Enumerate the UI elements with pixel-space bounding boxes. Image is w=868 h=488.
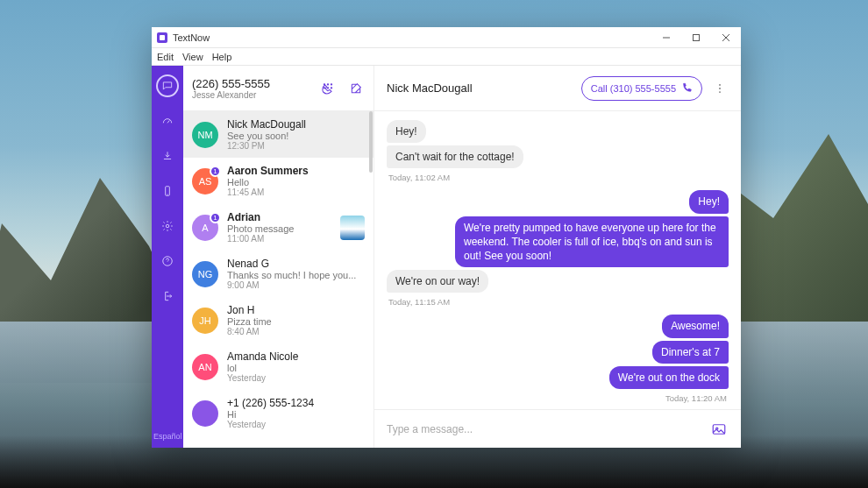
scrollbar[interactable] — [369, 111, 373, 173]
svg-point-12 — [719, 91, 721, 93]
app-icon — [157, 32, 167, 43]
rail-download-icon[interactable] — [156, 145, 179, 167]
dialpad-icon[interactable] — [319, 80, 337, 97]
conversation-item[interactable]: JHJon HPizza time8:40 AM — [183, 297, 374, 343]
message-outgoing: We're pretty pumped to have everyone up … — [455, 216, 729, 268]
conversation-item[interactable]: ANAmanda NicolelolYesterday — [183, 343, 374, 390]
conversation-item[interactable]: AS1Aaron SummersHello11:45 AM — [183, 158, 374, 204]
my-name: Jesse Alexander — [192, 90, 270, 100]
titlebar: TextNow — [152, 27, 741, 48]
avatar — [192, 400, 218, 427]
more-icon[interactable] — [711, 80, 729, 97]
rail-speed-icon[interactable] — [156, 110, 179, 132]
chat-header: Nick MacDougall Call (310) 555-5555 — [374, 66, 741, 111]
svg-point-11 — [719, 88, 721, 89]
menu-view[interactable]: View — [182, 52, 203, 62]
conversation-name: Jon H — [227, 304, 365, 316]
conversation-item[interactable]: NGNenad GThanks so much! I hope you...9:… — [183, 251, 374, 297]
conversation-time: Yesterday — [227, 420, 365, 429]
message-list[interactable]: Hey!Can't wait for the cottage!Today, 11… — [374, 111, 741, 409]
menu-edit[interactable]: Edit — [157, 52, 174, 62]
attach-image-icon[interactable] — [709, 420, 729, 439]
svg-point-8 — [327, 87, 328, 88]
conversation-header: (226) 555-5555 Jesse Alexander — [183, 66, 374, 111]
conversation-preview: Pizza time — [227, 316, 365, 327]
avatar: A1 — [192, 215, 218, 241]
window-close-button[interactable] — [711, 27, 741, 48]
avatar: NG — [192, 261, 218, 287]
message-outgoing: Dinner's at 7 — [652, 341, 729, 364]
conversation-preview: Thanks so much! I hope you... — [227, 270, 365, 280]
message-outgoing: Hey! — [689, 190, 729, 213]
conversation-name: +1 (226) 555-1234 — [227, 397, 365, 409]
message-incoming: We're on our way! — [387, 270, 488, 293]
conversation-preview: lol — [227, 363, 365, 373]
unread-badge: 1 — [210, 212, 221, 223]
conversation-time: 9:00 AM — [227, 280, 365, 290]
language-toggle[interactable]: Español — [153, 432, 181, 441]
conversation-time: Yesterday — [227, 373, 365, 383]
avatar: NM — [192, 122, 218, 148]
svg-point-9 — [331, 87, 331, 88]
svg-point-2 — [166, 224, 169, 228]
conversation-time: 11:45 AM — [227, 187, 365, 197]
message-outgoing: Awesome! — [662, 315, 729, 337]
conversation-preview: Hello — [227, 177, 365, 187]
svg-rect-0 — [694, 34, 700, 40]
compose-icon[interactable] — [347, 80, 365, 97]
my-phone-number: (226) 555-5555 — [192, 77, 270, 90]
message-outgoing: We're out on the dock — [609, 366, 729, 389]
message-timestamp: Today, 11:02 AM — [388, 173, 727, 182]
conversation-preview: Hi — [227, 409, 365, 420]
rail-messages-icon[interactable] — [156, 74, 179, 97]
message-input[interactable] — [387, 423, 701, 435]
window-minimize-button[interactable] — [651, 27, 681, 48]
conversation-name: Nick MacDougall — [227, 118, 365, 131]
conversation-time: 8:40 AM — [227, 327, 365, 336]
rail-phone-icon[interactable] — [156, 180, 179, 202]
message-incoming: Hey! — [387, 120, 426, 143]
avatar: AN — [192, 354, 218, 380]
app-title: TextNow — [173, 32, 210, 43]
menubar: Edit View Help — [152, 48, 741, 66]
window-maximize-button[interactable] — [681, 27, 711, 48]
svg-point-6 — [331, 83, 331, 84]
conversation-time: 12:30 PM — [227, 141, 365, 151]
svg-point-10 — [719, 83, 721, 85]
conversation-preview: See you soon! — [227, 131, 365, 141]
chat-pane: Nick MacDougall Call (310) 555-5555 Hey!… — [374, 66, 741, 448]
conversation-name: Adrian — [227, 211, 331, 223]
conversation-name: Nenad G — [227, 258, 365, 270]
menu-help[interactable]: Help — [212, 52, 232, 62]
conversation-preview: Photo message — [227, 223, 331, 234]
conversation-item[interactable]: NMNick MacDougallSee you soon!12:30 PM — [183, 111, 374, 158]
call-button[interactable]: Call (310) 555-5555 — [581, 76, 702, 101]
message-timestamp: Today, 11:20 AM — [665, 393, 727, 403]
app-window: TextNow Edit View Help Español (226) — [152, 27, 741, 448]
call-button-label: Call (310) 555-5555 — [591, 83, 676, 94]
message-incoming: Can't wait for the cottage! — [387, 145, 523, 168]
conversation-name: Aaron Summers — [227, 165, 365, 177]
svg-point-7 — [324, 87, 324, 88]
avatar: JH — [192, 308, 218, 334]
rail-settings-icon[interactable] — [156, 215, 179, 237]
conversation-column: (226) 555-5555 Jesse Alexander NMNick Ma… — [183, 66, 374, 448]
avatar: AS1 — [192, 168, 218, 194]
nav-rail: Español — [152, 66, 183, 448]
rail-logout-icon[interactable] — [156, 285, 179, 308]
composer — [374, 409, 741, 448]
photo-thumbnail — [340, 216, 365, 240]
conversation-item[interactable]: A1AdrianPhoto message11:00 AM — [183, 204, 374, 251]
chat-title: Nick MacDougall — [387, 81, 473, 95]
conversation-list[interactable]: NMNick MacDougallSee you soon!12:30 PMAS… — [183, 111, 374, 448]
svg-point-5 — [327, 83, 328, 84]
rail-help-icon[interactable] — [156, 250, 179, 272]
conversation-item[interactable]: +1 (226) 555-1234HiYesterday — [183, 390, 374, 436]
unread-badge: 1 — [210, 166, 221, 177]
conversation-time: 11:00 AM — [227, 234, 331, 244]
conversation-name: Amanda Nicole — [227, 350, 365, 363]
message-timestamp: Today, 11:15 AM — [388, 297, 727, 307]
